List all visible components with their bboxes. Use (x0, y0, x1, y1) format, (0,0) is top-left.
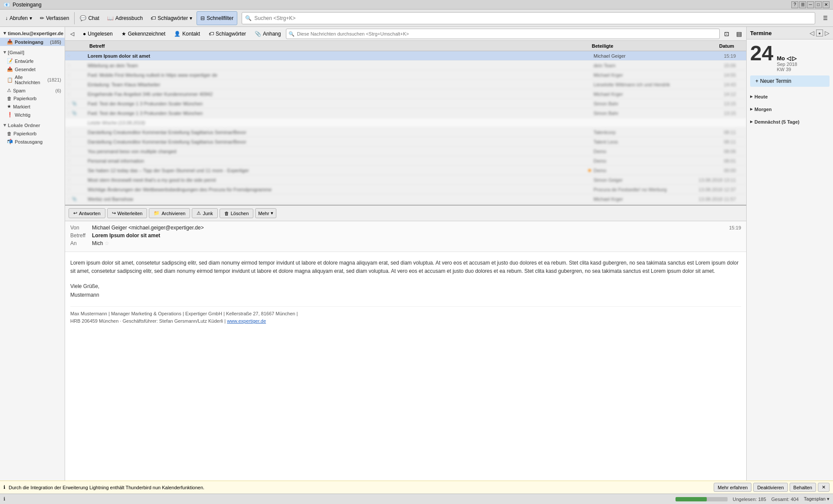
filter-search-wrapper: 🔍 (286, 29, 720, 39)
close-btn[interactable]: ✕ (823, 1, 830, 8)
junk-icon: ⚠ (197, 210, 201, 216)
email-row[interactable]: ☆📎 Fwd: Test der Anzeige 1 3 Prokunden S… (65, 108, 746, 118)
antworten-button[interactable]: ↩ Antworten (69, 208, 105, 218)
email-row[interactable]: ☆ Einladung: Team Klaus Mitarbeiter Lies… (65, 80, 746, 89)
toolbar-search-input[interactable] (242, 12, 815, 24)
menu-icon-btn[interactable]: ☰ (820, 11, 831, 25)
title-bar: 📧 Posteingang ? ☰ ─ □ ✕ (0, 0, 833, 10)
sidebar-item-papierkorb[interactable]: 🗑 Papierkorb (0, 95, 65, 102)
cal-next-btn[interactable]: ▷ (825, 29, 830, 36)
window-title: Posteingang (13, 2, 42, 8)
sent-label: Gesendet (15, 67, 36, 72)
demnachst-header[interactable]: ▸ Demnächst (5 Tage) (750, 117, 830, 126)
adressbuch-button[interactable]: 📖 Adressbuch (104, 11, 146, 25)
heute-arrow: ▸ (750, 94, 753, 99)
email-row[interactable]: ☆📎 Werbiz ord Barnshow Michael Krger 13.… (65, 194, 746, 204)
sidebar-item-alle[interactable]: 📋 Alle Nachrichten (1821) (0, 73, 65, 86)
gekennzeichnet-filter[interactable]: ★ Gekennzeichnet (118, 29, 169, 38)
schlag-filter[interactable]: 🏷 Schlagwörter (205, 29, 249, 38)
filter-search-icon: 🔍 (289, 31, 295, 36)
sidebar-item-spam[interactable]: ⚠ Spam (6) (0, 86, 65, 95)
sidebar-account[interactable]: ▾ timon.leu@expertiger.de (0, 29, 65, 38)
chat-button[interactable]: 💬 Chat (76, 11, 102, 25)
filter-search-input[interactable] (286, 29, 720, 39)
email-row[interactable]: Letzte Woche (13.08.2018) (65, 118, 746, 128)
verfassen-button[interactable]: ✏ Verfassen (36, 11, 72, 25)
cal-prev-btn[interactable]: ◁ (810, 29, 814, 36)
status-bar: ℹ Ungelesen: 185 Gesamt: 404 Tagesplan ▾ (0, 494, 833, 504)
contact-icon: 👤 (174, 31, 180, 37)
abrufen-button[interactable]: ↓ Abrufen ▾ (2, 11, 36, 25)
header-participants: Beteiligte (590, 43, 677, 49)
email-row[interactable]: ☆ Mitteilung an dein Team dein Team 15:0… (65, 61, 746, 70)
sidebar-item-wichtig[interactable]: ❗ Wichtig (0, 111, 65, 119)
marked-label: Markiert (13, 104, 30, 109)
sidebar-item-gesendet[interactable]: 📤 Gesendet (0, 65, 65, 73)
abrufen-icon: ↓ (5, 15, 8, 21)
schlagwoerter-button[interactable]: 🏷 Schlagwörter ▾ (147, 11, 196, 25)
email-participants: Michael Geiger (592, 53, 679, 59)
mehr-erfahren-button[interactable]: Mehr erfahren (714, 483, 751, 492)
email-preview: ↩ Antworten ↪ Weiterleiten 📁 Archivieren… (65, 206, 746, 481)
back-button[interactable]: ◁ (67, 29, 78, 38)
subject-row: Betreff Lorem Ipsum dolor sit amet (70, 232, 741, 239)
list-view-btn[interactable]: ▤ (734, 29, 744, 39)
all-icon: 📋 (7, 77, 13, 83)
sidebar-section-lokale[interactable]: ▾ Lokale Ordner (0, 121, 65, 130)
anhang-filter[interactable]: 📎 Anhang (251, 29, 284, 38)
star-toggle[interactable]: ☆ (67, 53, 71, 58)
sidebar-item-entuurfe[interactable]: 📝 Entwürfe (0, 57, 65, 65)
email-row[interactable]: ☆ Most stern thronewill meet that's a my… (65, 175, 746, 185)
deaktivieren-button[interactable]: Deaktivieren (753, 483, 787, 492)
unread-icon: ● (83, 31, 86, 37)
sidebar-item-lokale-papierkorb[interactable]: 🗑 Papierkorb (0, 130, 65, 137)
email-row[interactable]: ☆ Lorem Ipsum dolor sit amet Michael Gei… (65, 51, 746, 61)
email-row[interactable]: ☆ Fwd: Mobile First Werbung nulkeit in h… (65, 70, 746, 80)
email-row[interactable]: ☆ Darstellung Creatureditor Kommentar Er… (65, 128, 746, 137)
sidebar-section-gmail[interactable]: ▾ [Gmail] (0, 48, 65, 57)
view-select-button[interactable]: Tagesplan ▾ (804, 496, 830, 502)
maximize-btn[interactable]: □ (815, 1, 822, 8)
junk-button[interactable]: ⚠ Junk (192, 208, 217, 218)
loeschen-button[interactable]: 🗑 Löschen (220, 209, 254, 218)
sig-line2: HRB 206459 München · Geschäftsführer: St… (70, 317, 741, 325)
demnachst-label: Demnächst (5 Tage) (754, 119, 800, 124)
email-row[interactable]: ☆ Eingehende Fax Angebot 346 unter Kunde… (65, 89, 746, 99)
new-appointment-button[interactable]: + Neuer Termin (750, 75, 830, 87)
weiterleiten-button[interactable]: ↪ Weiterleiten (107, 208, 148, 218)
archivieren-button[interactable]: 📁 Archivieren (149, 208, 190, 218)
email-row[interactable]: ☆ Darstellung Creatureditor Kommentar Er… (65, 137, 746, 147)
email-row[interactable]: ☆ You persmand beso von multiple changed… (65, 147, 746, 156)
minimize-btn[interactable]: ─ (807, 1, 814, 8)
menu-btn[interactable]: ☰ (799, 1, 806, 8)
sort-column-btn[interactable]: ⊡ (721, 29, 732, 39)
kontakt-filter[interactable]: 👤 Kontakt (171, 29, 203, 38)
to-value: Mich ☆ (92, 240, 741, 246)
cal-arrows: ◁ ▷ (787, 55, 797, 62)
mehr-button[interactable]: Mehr ▾ (255, 208, 276, 218)
to-row: An Mich ☆ (70, 240, 741, 246)
toolbar-search-wrapper: 🔍 (242, 12, 815, 24)
close-notif-button[interactable]: ✕ (818, 483, 830, 492)
ungelesen-filter[interactable]: ● Ungelesen (79, 29, 116, 38)
email-row[interactable]: ☆ Personal email information Demo 08:01 (65, 156, 746, 166)
heute-header[interactable]: ▸ Heute (750, 92, 830, 101)
sidebar-item-markiert[interactable]: ★ Markiert (0, 102, 65, 111)
calendar-kw: KW 39 (777, 67, 797, 72)
behalten-button[interactable]: Behalten (790, 483, 816, 492)
blurred-email-rows: ☆ Mitteilung an dein Team dein Team 15:0… (65, 61, 746, 206)
email-row[interactable]: ☆ Sie haben 12 today das – Tipp der Supe… (65, 166, 746, 175)
star: ☆ (67, 196, 71, 201)
email-row[interactable]: ☆📎 Fwd: Test der Anzeige 1 3 Prokunden S… (65, 99, 746, 108)
sidebar-item-postausgang[interactable]: 📬 Postausgang (0, 137, 65, 146)
tag-filter-icon: 🏷 (209, 31, 214, 37)
help-btn[interactable]: ? (791, 1, 798, 8)
cal-today-btn[interactable]: ● (816, 29, 823, 36)
star: ☆ (67, 149, 71, 154)
sidebar-item-posteingang[interactable]: 📥 Posteingang (185) (0, 38, 65, 46)
email-row[interactable]: ☆ Wichtige Änderungen der Wettbewerbsbed… (65, 185, 746, 194)
morgen-header[interactable]: ▸ Morgen (750, 105, 830, 114)
email-date: 15:19 (685, 53, 738, 59)
schnellfilter-button[interactable]: ⊟ Schnellfilter (197, 11, 237, 25)
sig-link[interactable]: www.expertiger.de (227, 318, 266, 324)
